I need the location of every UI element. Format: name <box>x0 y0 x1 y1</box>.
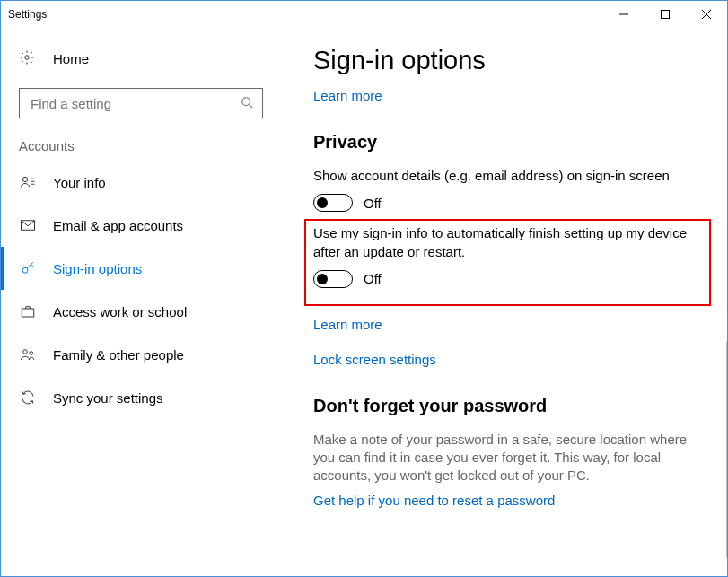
key-icon <box>19 260 37 276</box>
page-heading: Sign-in options <box>313 46 702 75</box>
window-title: Settings <box>8 8 47 21</box>
nav-signin-options[interactable]: Sign-in options <box>1 247 281 290</box>
close-button[interactable] <box>686 1 727 28</box>
nav: Your info Email & app accounts Sign-in o… <box>1 161 281 419</box>
svg-point-7 <box>22 177 27 181</box>
svg-line-14 <box>31 265 33 267</box>
lock-screen-link[interactable]: Lock screen settings <box>313 352 702 367</box>
svg-line-6 <box>250 104 253 108</box>
nav-label: Your info <box>53 175 106 190</box>
nav-sync[interactable]: Sync your settings <box>1 376 281 419</box>
highlight-box: Use my sign-in info to automatically fin… <box>304 219 711 306</box>
search-input[interactable] <box>29 95 241 112</box>
maximize-button[interactable] <box>645 1 686 28</box>
learn-more-link-2[interactable]: Learn more <box>313 317 702 332</box>
nav-label: Access work or school <box>53 304 187 319</box>
svg-point-16 <box>23 350 28 354</box>
nav-email-accounts[interactable]: Email & app accounts <box>1 204 281 247</box>
home-label: Home <box>53 51 89 66</box>
toggle-account-details[interactable] <box>313 194 353 212</box>
nav-label: Sign-in options <box>53 261 142 276</box>
people-icon <box>19 346 37 363</box>
nav-access-work[interactable]: Access work or school <box>1 290 281 333</box>
mail-icon <box>19 217 37 233</box>
briefcase-icon <box>19 303 37 319</box>
toggle1-label: Show account details (e.g. email address… <box>313 167 702 185</box>
sidebar: Home Accounts Your info Email & app acco… <box>1 28 281 576</box>
home-button[interactable]: Home <box>1 40 281 77</box>
svg-point-4 <box>25 56 30 60</box>
svg-point-17 <box>30 352 33 355</box>
nav-family[interactable]: Family & other people <box>1 333 281 376</box>
toggle2-label: Use my sign-in info to automatically fin… <box>313 224 702 261</box>
toggle-auto-signin[interactable] <box>313 270 353 288</box>
window-controls <box>603 1 727 28</box>
learn-more-link[interactable]: Learn more <box>313 88 702 103</box>
password-heading: Don't forget your password <box>313 396 702 416</box>
section-label: Accounts <box>1 138 281 161</box>
nav-your-info[interactable]: Your info <box>1 161 281 204</box>
reset-password-link[interactable]: Get help if you need to reset a password <box>313 493 702 508</box>
gear-icon <box>19 49 37 68</box>
privacy-heading: Privacy <box>313 132 702 153</box>
minimize-button[interactable] <box>603 1 645 28</box>
toggle2-state: Off <box>364 271 382 286</box>
password-hint: Make a note of your password in a safe, … <box>313 431 702 485</box>
nav-label: Sync your settings <box>53 390 163 406</box>
search-icon <box>241 96 253 111</box>
nav-label: Family & other people <box>53 347 184 363</box>
svg-point-5 <box>242 97 250 105</box>
main-content: Sign-in options Learn more Privacy Show … <box>281 28 727 576</box>
sync-icon <box>19 389 37 406</box>
svg-rect-1 <box>662 11 670 19</box>
person-icon <box>19 174 37 190</box>
toggle1-state: Off <box>364 196 382 211</box>
search-box[interactable] <box>19 88 263 118</box>
svg-rect-15 <box>22 309 34 317</box>
svg-point-12 <box>22 267 28 273</box>
nav-label: Email & app accounts <box>53 218 183 233</box>
titlebar: Settings <box>1 1 727 28</box>
